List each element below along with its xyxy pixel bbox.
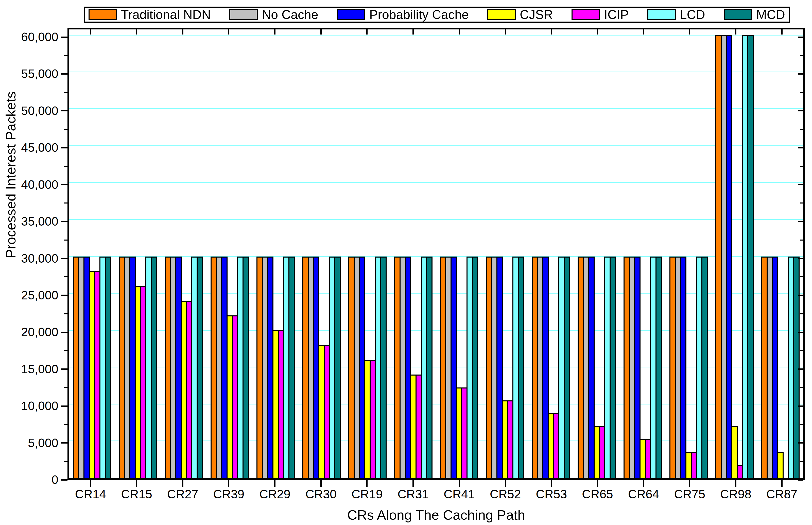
tick-mark bbox=[61, 258, 67, 259]
bar-group-CR30 bbox=[298, 29, 344, 478]
tick-mark bbox=[689, 480, 690, 487]
bar-group-CR14 bbox=[69, 29, 115, 478]
tick-mark bbox=[505, 480, 506, 487]
legend-swatch-icon bbox=[487, 9, 516, 20]
x-tick-label: CR98 bbox=[713, 488, 759, 501]
legend-swatch-icon bbox=[724, 9, 752, 20]
bar-group-CR98 bbox=[711, 29, 757, 478]
bar-CR53-mcd bbox=[564, 257, 570, 478]
tick-mark bbox=[61, 110, 67, 111]
legend-swatch-icon bbox=[89, 9, 117, 20]
tick-mark bbox=[800, 313, 803, 314]
tick-mark bbox=[781, 29, 783, 34]
tick-mark bbox=[798, 36, 803, 38]
tick-mark bbox=[64, 350, 67, 351]
bar-group-CR52 bbox=[482, 29, 528, 478]
tick-mark bbox=[798, 442, 803, 444]
legend-item-2: Probability Cache bbox=[337, 8, 469, 21]
tick-mark bbox=[64, 424, 67, 425]
tick-mark bbox=[64, 92, 67, 93]
legend-swatch-icon bbox=[571, 9, 600, 20]
legend-item-1: No Cache bbox=[229, 8, 318, 21]
legend-label: Traditional NDN bbox=[121, 8, 211, 21]
tick-mark bbox=[735, 480, 736, 487]
bars-layer bbox=[69, 29, 803, 478]
y-tick-label: 0 bbox=[7, 473, 58, 486]
legend-item-6: MCD bbox=[724, 8, 785, 21]
tick-mark bbox=[90, 29, 91, 34]
bar-CR52-mcd bbox=[518, 257, 524, 478]
bar-chart-figure: Traditional NDNNo CacheProbability Cache… bbox=[0, 0, 812, 525]
y-tick-label: 15,000 bbox=[7, 363, 58, 376]
y-tick-label: 20,000 bbox=[7, 326, 58, 339]
plot-area bbox=[67, 28, 805, 480]
tick-mark bbox=[136, 29, 137, 34]
tick-mark bbox=[505, 29, 506, 34]
bar-CR19-mcd bbox=[380, 257, 387, 478]
tick-mark bbox=[64, 129, 67, 130]
bar-CR87-mcd bbox=[793, 257, 800, 478]
legend-swatch-icon bbox=[229, 9, 258, 20]
bar-CR41-mcd bbox=[472, 257, 478, 478]
bar-CR87-cjsr bbox=[777, 452, 784, 478]
legend-item-4: ICIP bbox=[571, 8, 629, 21]
y-tick-label: 35,000 bbox=[7, 215, 58, 228]
x-tick-label: CR53 bbox=[528, 488, 574, 501]
bar-group-CR29 bbox=[252, 29, 298, 478]
x-tick-label: CR52 bbox=[482, 488, 528, 501]
legend: Traditional NDNNo CacheProbability Cache… bbox=[84, 6, 790, 23]
tick-mark bbox=[64, 55, 67, 56]
legend-label: LCD bbox=[680, 8, 705, 21]
bar-CR65-mcd bbox=[610, 257, 616, 478]
bar-group-CR75 bbox=[665, 29, 711, 478]
tick-mark bbox=[798, 110, 803, 111]
tick-mark bbox=[459, 29, 460, 34]
tick-mark bbox=[320, 29, 322, 34]
legend-label: No Cache bbox=[262, 8, 318, 21]
tick-mark bbox=[597, 29, 598, 34]
tick-mark bbox=[61, 73, 67, 75]
y-tick-label: 50,000 bbox=[7, 104, 58, 118]
bar-CR98-mcd bbox=[747, 35, 754, 478]
x-tick-label: CR14 bbox=[67, 488, 114, 501]
tick-mark bbox=[61, 147, 67, 148]
y-tick-label: 5,000 bbox=[7, 436, 58, 450]
tick-mark bbox=[800, 387, 803, 388]
legend-swatch-icon bbox=[337, 9, 365, 20]
y-tick-label: 40,000 bbox=[7, 178, 58, 191]
bar-CR75-mcd bbox=[701, 257, 708, 478]
x-tick-label: CR19 bbox=[344, 488, 390, 501]
tick-mark bbox=[800, 424, 803, 425]
tick-mark bbox=[366, 29, 368, 34]
bar-CR98-probability-cache bbox=[726, 35, 732, 478]
x-tick-label: CR39 bbox=[206, 488, 252, 501]
tick-mark bbox=[182, 29, 183, 34]
tick-mark bbox=[798, 479, 803, 481]
bar-CR87-probability-cache bbox=[772, 257, 778, 478]
tick-mark bbox=[61, 36, 67, 38]
tick-mark bbox=[136, 480, 137, 487]
tick-mark bbox=[459, 480, 460, 487]
tick-mark bbox=[798, 147, 803, 148]
tick-mark bbox=[61, 184, 67, 185]
tick-mark bbox=[61, 369, 67, 370]
legend-label: CJSR bbox=[520, 8, 553, 21]
legend-label: MCD bbox=[756, 8, 785, 21]
tick-mark bbox=[61, 332, 67, 333]
tick-mark bbox=[643, 29, 644, 34]
bar-CR75-probability-cache bbox=[680, 257, 686, 478]
x-axis-title: CRs Along The Caching Path bbox=[67, 508, 805, 522]
tick-mark bbox=[735, 29, 736, 34]
tick-mark bbox=[412, 29, 414, 34]
tick-mark bbox=[64, 202, 67, 204]
bar-CR15-mcd bbox=[151, 257, 157, 478]
x-tick-label: CR27 bbox=[159, 488, 206, 501]
y-tick-label: 45,000 bbox=[7, 141, 58, 154]
tick-mark bbox=[412, 480, 414, 487]
tick-mark bbox=[643, 480, 644, 487]
y-tick-label: 30,000 bbox=[7, 252, 58, 265]
tick-mark bbox=[800, 202, 803, 204]
tick-mark bbox=[64, 166, 67, 167]
x-tick-label: CR29 bbox=[252, 488, 298, 501]
bar-group-CR87 bbox=[757, 29, 803, 478]
